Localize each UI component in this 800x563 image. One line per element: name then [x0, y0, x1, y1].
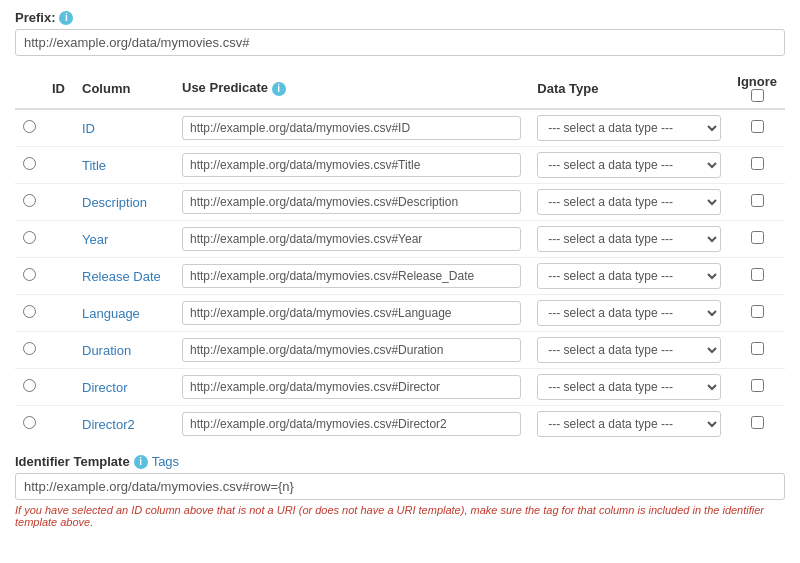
tags-link[interactable]: Tags: [152, 454, 179, 469]
datatype-select-1[interactable]: --- select a data type ---xsd:stringxsd:…: [537, 152, 721, 178]
ignore-checkbox-6[interactable]: [751, 342, 764, 355]
predicate-input-6[interactable]: [182, 338, 521, 362]
column-name-link[interactable]: Description: [82, 195, 147, 210]
identifier-info-icon[interactable]: i: [134, 455, 148, 469]
th-radio: [15, 68, 44, 109]
prefix-label: Prefix: i: [15, 10, 785, 25]
ignore-checkbox-3[interactable]: [751, 231, 764, 244]
datatype-select-6[interactable]: --- select a data type ---xsd:stringxsd:…: [537, 337, 721, 363]
datatype-select-3[interactable]: --- select a data type ---xsd:stringxsd:…: [537, 226, 721, 252]
datatype-select-2[interactable]: --- select a data type ---xsd:stringxsd:…: [537, 189, 721, 215]
mapping-table: ID Column Use Predicate i Data Type Igno…: [15, 68, 785, 442]
prefix-input[interactable]: [15, 29, 785, 56]
table-body: ID--- select a data type ---xsd:stringxs…: [15, 109, 785, 442]
datatype-select-8[interactable]: --- select a data type ---xsd:stringxsd:…: [537, 411, 721, 437]
table-row: Description--- select a data type ---xsd…: [15, 184, 785, 221]
column-name-link[interactable]: ID: [82, 121, 95, 136]
column-name-link[interactable]: Director2: [82, 417, 135, 432]
predicate-input-7[interactable]: [182, 375, 521, 399]
predicate-input-3[interactable]: [182, 227, 521, 251]
table-row: Year--- select a data type ---xsd:string…: [15, 221, 785, 258]
th-ignore: Ignore: [729, 68, 785, 109]
row-radio-8[interactable]: [23, 416, 36, 429]
th-column: Column: [74, 68, 174, 109]
use-predicate-info-icon[interactable]: i: [272, 82, 286, 96]
ignore-checkbox-4[interactable]: [751, 268, 764, 281]
column-name-link[interactable]: Language: [82, 306, 140, 321]
column-name-link[interactable]: Duration: [82, 343, 131, 358]
prefix-info-icon[interactable]: i: [59, 11, 73, 25]
table-header-row: ID Column Use Predicate i Data Type Igno…: [15, 68, 785, 109]
ignore-all-checkbox[interactable]: [751, 89, 764, 102]
row-radio-0[interactable]: [23, 120, 36, 133]
predicate-input-1[interactable]: [182, 153, 521, 177]
row-radio-3[interactable]: [23, 231, 36, 244]
predicate-input-2[interactable]: [182, 190, 521, 214]
predicate-input-8[interactable]: [182, 412, 521, 436]
identifier-template-input[interactable]: [15, 473, 785, 500]
row-radio-1[interactable]: [23, 157, 36, 170]
table-row: Language--- select a data type ---xsd:st…: [15, 295, 785, 332]
datatype-select-7[interactable]: --- select a data type ---xsd:stringxsd:…: [537, 374, 721, 400]
datatype-select-5[interactable]: --- select a data type ---xsd:stringxsd:…: [537, 300, 721, 326]
ignore-checkbox-5[interactable]: [751, 305, 764, 318]
column-name-link[interactable]: Release Date: [82, 269, 161, 284]
row-radio-6[interactable]: [23, 342, 36, 355]
predicate-input-0[interactable]: [182, 116, 521, 140]
prefix-text: Prefix:: [15, 10, 55, 25]
datatype-select-0[interactable]: --- select a data type ---xsd:stringxsd:…: [537, 115, 721, 141]
ignore-checkbox-1[interactable]: [751, 157, 764, 170]
ignore-checkbox-2[interactable]: [751, 194, 764, 207]
datatype-select-4[interactable]: --- select a data type ---xsd:stringxsd:…: [537, 263, 721, 289]
th-data-type: Data Type: [529, 68, 729, 109]
ignore-checkbox-8[interactable]: [751, 416, 764, 429]
identifier-section: Identifier Template i Tags If you have s…: [15, 454, 785, 528]
row-radio-2[interactable]: [23, 194, 36, 207]
table-row: Title--- select a data type ---xsd:strin…: [15, 147, 785, 184]
column-name-link[interactable]: Title: [82, 158, 106, 173]
identifier-notice: If you have selected an ID column above …: [15, 504, 785, 528]
predicate-input-5[interactable]: [182, 301, 521, 325]
prefix-section: Prefix: i: [15, 10, 785, 56]
table-row: Release Date--- select a data type ---xs…: [15, 258, 785, 295]
table-row: Director2--- select a data type ---xsd:s…: [15, 406, 785, 443]
row-radio-7[interactable]: [23, 379, 36, 392]
column-name-link[interactable]: Year: [82, 232, 108, 247]
th-use-predicate: Use Predicate i: [174, 68, 529, 109]
column-name-link[interactable]: Director: [82, 380, 128, 395]
table-row: ID--- select a data type ---xsd:stringxs…: [15, 109, 785, 147]
ignore-checkbox-7[interactable]: [751, 379, 764, 392]
table-row: Director--- select a data type ---xsd:st…: [15, 369, 785, 406]
row-radio-5[interactable]: [23, 305, 36, 318]
row-radio-4[interactable]: [23, 268, 36, 281]
ignore-checkbox-0[interactable]: [751, 120, 764, 133]
predicate-input-4[interactable]: [182, 264, 521, 288]
identifier-label: Identifier Template i Tags: [15, 454, 785, 469]
table-row: Duration--- select a data type ---xsd:st…: [15, 332, 785, 369]
th-id: ID: [44, 68, 74, 109]
